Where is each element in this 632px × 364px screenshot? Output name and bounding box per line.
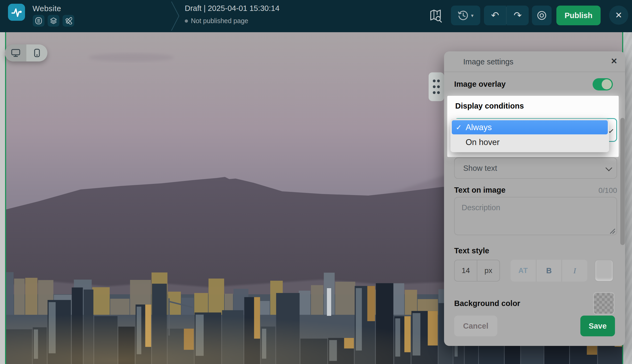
- background-color-swatch[interactable]: [593, 292, 614, 315]
- version-history-button[interactable]: ▾: [451, 6, 480, 25]
- image-overlay-label: Image overlay: [454, 80, 506, 89]
- canvas-gutter-left: [0, 32, 5, 364]
- check-icon: ✓: [452, 123, 466, 132]
- dropdown-option-label: On hover: [466, 138, 500, 147]
- app-logo[interactable]: [8, 4, 25, 21]
- status-dot: [185, 19, 188, 23]
- editor-close-button[interactable]: ✕: [609, 6, 628, 25]
- panel-scrollbar-thumb[interactable]: [620, 118, 625, 245]
- design-icon: [65, 17, 72, 24]
- font-size-input[interactable]: 14: [455, 260, 477, 281]
- cancel-button[interactable]: Cancel: [454, 316, 497, 336]
- desktop-icon: [11, 49, 20, 57]
- device-toggle-desktop[interactable]: [5, 44, 26, 61]
- dropdown-option-on-hover[interactable]: . On hover: [452, 135, 608, 149]
- toggle-knob: [602, 79, 612, 89]
- publish-state: Not published page: [185, 17, 248, 25]
- layers-icon: [50, 17, 57, 24]
- site-title: Website: [32, 4, 61, 13]
- nav-design-button[interactable]: [63, 15, 74, 27]
- image-overlay-toggle[interactable]: [593, 78, 613, 90]
- map-search-icon[interactable]: [429, 9, 443, 23]
- display-conditions-dropdown: ✓ Always . On hover: [450, 119, 609, 152]
- resize-handle-icon[interactable]: [609, 227, 615, 234]
- undo-icon: ↶: [491, 10, 499, 21]
- mobile-icon: [34, 49, 40, 57]
- preview-button[interactable]: [532, 6, 552, 25]
- drag-dots-icon: [432, 78, 441, 95]
- caret-down-icon: ▾: [471, 13, 474, 19]
- save-button[interactable]: Save: [580, 316, 615, 336]
- app-root: Website Draft | 2025-04: [0, 0, 632, 364]
- text-mode-value: Show text: [463, 164, 497, 173]
- letter-case-button[interactable]: AT: [511, 260, 536, 282]
- selected-block-outline-left: [5, 32, 6, 364]
- photo-cloud: [89, 53, 174, 62]
- breadcrumb-separator: [170, 0, 181, 32]
- font-size-unit[interactable]: px: [477, 260, 499, 281]
- panel-title: Image settings: [463, 57, 514, 66]
- panel-header-divider: [444, 72, 625, 72]
- draft-status: Draft | 2025-04-01 15:30:14: [185, 4, 280, 13]
- text-color-swatch[interactable]: [595, 260, 613, 282]
- target-icon: [536, 10, 547, 21]
- text-format-group: AT B I: [511, 260, 587, 282]
- block-drag-handle[interactable]: [429, 72, 444, 101]
- dropdown-option-label: Always: [466, 123, 492, 132]
- nav-layers-button[interactable]: [48, 15, 59, 27]
- dropdown-option-always[interactable]: ✓ Always: [452, 120, 608, 134]
- italic-button[interactable]: I: [561, 260, 587, 282]
- background-color-label: Background color: [454, 299, 520, 308]
- nav-pages-button[interactable]: [33, 15, 44, 27]
- text-on-image-label: Text on image: [454, 186, 506, 195]
- device-preview-toggle: [5, 44, 47, 61]
- display-conditions-label: Display conditions: [455, 102, 524, 110]
- text-mode-select[interactable]: Show text: [454, 158, 617, 179]
- history-icon: [458, 10, 468, 21]
- publish-state-label: Not published page: [191, 17, 248, 25]
- undo-redo-divider: [506, 7, 507, 24]
- undo-button[interactable]: ↶: [484, 6, 506, 25]
- top-bar: Website Draft | 2025-04: [0, 0, 632, 32]
- device-toggle-mobile[interactable]: [26, 44, 47, 61]
- redo-button[interactable]: ↷: [507, 6, 529, 25]
- text-style-label: Text style: [454, 246, 489, 255]
- font-size-control: 14 px: [454, 260, 500, 282]
- close-icon: ✕: [615, 10, 622, 20]
- panel-close-button[interactable]: ✕: [611, 56, 617, 66]
- bold-button[interactable]: B: [536, 260, 562, 282]
- pages-icon: [35, 17, 42, 24]
- publish-button[interactable]: Publish: [556, 6, 601, 25]
- char-counter: 0/100: [559, 186, 617, 195]
- redo-icon: ↷: [514, 10, 522, 21]
- description-textarea[interactable]: [454, 197, 617, 235]
- pulse-logo-icon: [10, 6, 23, 18]
